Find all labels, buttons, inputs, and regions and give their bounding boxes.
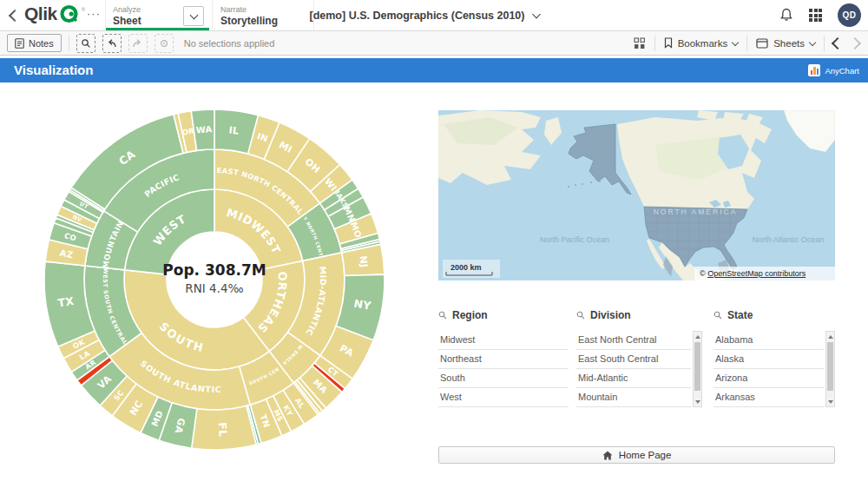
search-icon bbox=[438, 311, 447, 320]
qlik-logo[interactable]: Qlik ® bbox=[24, 3, 85, 24]
sheet-header: Visualization AnyChart bbox=[0, 58, 868, 82]
app-title: [demo] U.S. Demographics (Census 2010) bbox=[310, 10, 525, 22]
sheet-icon bbox=[756, 38, 768, 49]
filter-item[interactable]: West bbox=[438, 388, 569, 407]
tab-analyze-sheet[interactable]: Analyze Sheet bbox=[113, 0, 141, 30]
home-page-button[interactable]: Home Page bbox=[438, 446, 835, 464]
chevron-down-icon bbox=[189, 10, 198, 19]
filter-division: DivisionEast North CentralEast South Cen… bbox=[576, 308, 702, 407]
home-icon bbox=[602, 451, 613, 460]
bookmarks-label: Bookmarks bbox=[678, 38, 728, 49]
selection-status-text: No selections applied bbox=[184, 38, 275, 49]
scrollbar-down-icon[interactable] bbox=[826, 397, 834, 406]
filter-item[interactable]: Northeast bbox=[438, 350, 569, 369]
back-icon[interactable] bbox=[9, 10, 21, 22]
step-forward-selection-icon[interactable] bbox=[128, 34, 148, 53]
avatar[interactable]: QD bbox=[838, 3, 861, 27]
selections-toolbar: Notes No selections applied bbox=[0, 31, 868, 56]
filter-item[interactable]: Alabama bbox=[713, 331, 824, 350]
us-map[interactable]: NORTH AMERICA North Pacific Ocean North … bbox=[438, 110, 835, 280]
tab-narrate-storytelling[interactable]: Narrate Storytelling bbox=[220, 0, 278, 30]
filter-item[interactable]: Alaska bbox=[713, 350, 824, 369]
sunburst-state-label: FL bbox=[216, 422, 230, 438]
app-launcher-grid-icon[interactable] bbox=[809, 9, 822, 22]
home-page-label: Home Page bbox=[619, 450, 672, 460]
clear-selections-icon[interactable] bbox=[155, 34, 174, 53]
scrollbar-down-icon[interactable] bbox=[694, 397, 701, 406]
map-attribution[interactable]: © OpenStreetMap contributors bbox=[700, 269, 806, 278]
tab-label: Sheet bbox=[113, 15, 141, 27]
scrollbar-up-icon[interactable] bbox=[826, 332, 834, 341]
anychart-label: AnyChart bbox=[825, 66, 859, 76]
overflow-menu-icon[interactable]: ··· bbox=[87, 7, 101, 20]
sheet-title: Visualization bbox=[14, 58, 93, 82]
scrollbar-thumb[interactable] bbox=[694, 342, 700, 391]
chevron-down-icon bbox=[532, 10, 541, 18]
map-ocean-label-atlantic: North Atlantic Ocean bbox=[753, 235, 825, 244]
filter-title: Region bbox=[452, 309, 488, 321]
filter-header[interactable]: State bbox=[713, 308, 835, 322]
notes-icon bbox=[15, 38, 24, 49]
scrollbar-thumb[interactable] bbox=[827, 342, 833, 391]
sheet-dropdown-button[interactable] bbox=[183, 6, 204, 26]
map-ocean-label-pacific: North Pacific Ocean bbox=[540, 235, 609, 244]
top-bar: Qlik ® ··· Analyze Sheet Narrate Storyte… bbox=[0, 0, 868, 31]
filter-item[interactable]: Mid-Atlantic bbox=[576, 369, 691, 388]
sunburst-state-label: WA bbox=[195, 124, 213, 135]
filter-item[interactable]: East South Central bbox=[576, 350, 691, 369]
notifications-bell-icon[interactable] bbox=[779, 8, 793, 23]
qlik-logo-text: Qlik bbox=[24, 3, 57, 24]
sunburst-center-rni: RNI 4.4‰ bbox=[185, 281, 243, 295]
sunburst-center bbox=[167, 232, 262, 327]
notes-label: Notes bbox=[29, 38, 54, 49]
filter-item[interactable]: Mountain bbox=[576, 388, 691, 407]
scrollbar-up-icon[interactable] bbox=[694, 332, 701, 341]
filter-header[interactable]: Division bbox=[576, 308, 702, 322]
sunburst-center-population: Pop. 308.7M bbox=[162, 261, 266, 279]
search-selections-icon[interactable] bbox=[76, 34, 95, 53]
sheets-label: Sheets bbox=[773, 38, 805, 49]
filter-region: RegionMidwestNortheastSouthWest bbox=[438, 308, 569, 407]
map-continent-label: NORTH AMERICA bbox=[654, 208, 738, 216]
chevron-down-icon bbox=[809, 38, 816, 45]
qlik-q-icon bbox=[59, 3, 80, 24]
sunburst-state-label: NJ bbox=[357, 255, 370, 268]
filter-item[interactable]: East North Central bbox=[576, 331, 691, 350]
anychart-brand[interactable]: AnyChart bbox=[808, 64, 859, 76]
sunburst-state-label: TX bbox=[57, 294, 76, 310]
filter-title: State bbox=[727, 309, 753, 321]
filter-state: StateAlabamaAlaskaArizonaArkansas bbox=[713, 308, 835, 407]
search-icon bbox=[576, 311, 585, 320]
active-tab-underline bbox=[106, 28, 209, 30]
filter-item[interactable]: Arizona bbox=[713, 369, 824, 388]
app-title-dropdown[interactable]: [demo] U.S. Demographics (Census 2010) bbox=[310, 0, 540, 30]
notes-button[interactable]: Notes bbox=[7, 34, 62, 52]
filter-item[interactable]: Arkansas bbox=[713, 388, 824, 407]
scrollbar[interactable] bbox=[693, 331, 702, 407]
filter-header[interactable]: Region bbox=[438, 308, 569, 322]
map-scale-label: 2000 km bbox=[450, 263, 482, 272]
anychart-logo-icon bbox=[808, 64, 820, 76]
search-icon bbox=[713, 311, 722, 320]
filter-item[interactable]: Midwest bbox=[438, 331, 569, 350]
bookmarks-button[interactable]: Bookmarks bbox=[664, 37, 739, 49]
tab-eyebrow: Analyze bbox=[113, 5, 141, 14]
sunburst-state-label: IL bbox=[228, 124, 240, 136]
sheets-button[interactable]: Sheets bbox=[756, 38, 815, 49]
filter-item[interactable]: South bbox=[438, 369, 569, 388]
bookmark-icon bbox=[664, 37, 673, 49]
next-sheet-icon[interactable] bbox=[849, 36, 861, 49]
chevron-down-icon bbox=[732, 38, 739, 45]
registered-mark: ® bbox=[82, 7, 85, 12]
scrollbar[interactable] bbox=[825, 331, 835, 407]
previous-sheet-icon[interactable] bbox=[832, 36, 844, 49]
tab-eyebrow: Narrate bbox=[220, 5, 278, 14]
sheet-overview-icon[interactable] bbox=[634, 37, 646, 49]
step-back-selection-icon[interactable] bbox=[102, 34, 122, 53]
sunburst-chart[interactable]: MIDWESTEAST NORTH CENTRALILINMIOHWIWEST … bbox=[41, 106, 388, 453]
tab-label: Storytelling bbox=[220, 15, 278, 27]
filter-title: Division bbox=[590, 309, 631, 321]
